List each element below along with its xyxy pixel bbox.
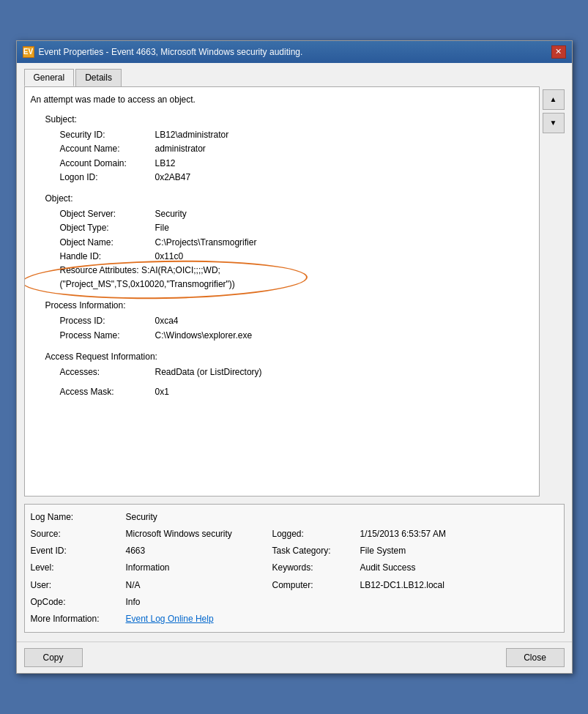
process-id-label: Process ID: bbox=[60, 314, 155, 328]
opcode-label: OpCode: bbox=[31, 595, 126, 609]
meta-section: Log Name: Security Source: Microsoft Win… bbox=[24, 504, 565, 633]
subject-account-domain-label: Account Domain: bbox=[60, 157, 155, 171]
accesses-value: ReadData (or ListDirectory) bbox=[155, 365, 262, 379]
close-window-button[interactable]: ✕ bbox=[551, 45, 566, 59]
resource-attributes-value: S:AI(RA;OICI;;;;WD; bbox=[141, 265, 220, 275]
resource-attributes-row: Resource Attributes: S:AI(RA;OICI;;;;WD;… bbox=[31, 264, 533, 291]
window-title: Event Properties - Event 4663, Microsoft… bbox=[39, 47, 303, 57]
user-value: N/A bbox=[126, 579, 272, 592]
object-type: Object Type: File bbox=[31, 221, 533, 235]
accesses-label: Accesses: bbox=[60, 365, 155, 379]
subject-account-name-value: administrator bbox=[155, 142, 206, 156]
subject-logon-id: Logon ID: 0x2AB47 bbox=[31, 171, 533, 185]
title-bar: EV Event Properties - Event 4663, Micros… bbox=[17, 41, 572, 63]
level-value: Information bbox=[126, 561, 272, 575]
subject-logon-id-label: Logon ID: bbox=[60, 171, 155, 185]
object-handle-id: Handle ID: 0x11c0 bbox=[31, 250, 533, 264]
dialog-body: General Details An attempt was made to a… bbox=[17, 63, 572, 639]
logged-value: 1/15/2013 6:53:57 AM bbox=[360, 527, 558, 541]
bottom-bar: Copy Close bbox=[17, 642, 572, 673]
subject-security-id: Security ID: LB12\administrator bbox=[31, 128, 533, 142]
process-id-value: 0xca4 bbox=[155, 314, 179, 328]
user-label: User: bbox=[31, 579, 126, 592]
task-category-value: File System bbox=[360, 544, 558, 558]
logged-label: Logged: bbox=[272, 527, 360, 541]
scroll-up-button[interactable]: ▲ bbox=[543, 89, 565, 110]
tab-general[interactable]: General bbox=[24, 69, 75, 86]
more-info-label: More Information: bbox=[31, 612, 126, 626]
object-server-label: Object Server: bbox=[60, 207, 155, 221]
opcode-value: Info bbox=[126, 595, 272, 609]
keywords-label: Keywords: bbox=[272, 561, 360, 575]
event-id-label: Event ID: bbox=[31, 544, 126, 558]
object-name-value: C:\Projects\Transmogrifier bbox=[155, 236, 257, 250]
accesses: Accesses: ReadData (or ListDirectory) bbox=[31, 365, 533, 379]
access-mask-label: Access Mask: bbox=[60, 385, 155, 399]
subject-security-id-value: LB12\administrator bbox=[155, 128, 229, 142]
scroll-buttons: ▲ ▼ bbox=[543, 86, 565, 497]
subject-account-name-label: Account Name: bbox=[60, 142, 155, 156]
object-handle-id-label: Handle ID: bbox=[60, 250, 155, 264]
event-id-value: 4663 bbox=[126, 544, 272, 558]
resource-attributes-wrap: ("Project_MS",TS,0x10020,"Transmogrifier… bbox=[60, 278, 533, 291]
computer-label: Computer: bbox=[272, 579, 360, 592]
tabs-row: General Details bbox=[24, 69, 565, 86]
object-type-value: File bbox=[155, 221, 169, 235]
close-button[interactable]: Close bbox=[506, 648, 565, 667]
title-bar-left: EV Event Properties - Event 4663, Micros… bbox=[23, 46, 303, 58]
access-title: Access Request Information: bbox=[31, 350, 533, 364]
event-text-box[interactable]: An attempt was made to access an object.… bbox=[24, 86, 540, 497]
dialog-window: EV Event Properties - Event 4663, Micros… bbox=[16, 40, 573, 674]
object-name: Object Name: C:\Projects\Transmogrifier bbox=[31, 236, 533, 250]
subject-account-name: Account Name: administrator bbox=[31, 142, 533, 156]
copy-button[interactable]: Copy bbox=[24, 648, 83, 667]
object-title: Object: bbox=[31, 192, 533, 206]
process-name: Process Name: C:\Windows\explorer.exe bbox=[31, 329, 533, 343]
log-name-label: Log Name: bbox=[31, 510, 126, 524]
title-bar-controls: ✕ bbox=[551, 45, 566, 59]
keywords-value: Audit Success bbox=[360, 561, 558, 575]
source-label: Source: bbox=[31, 527, 126, 541]
object-handle-id-value: 0x11c0 bbox=[155, 250, 184, 264]
subject-security-id-label: Security ID: bbox=[60, 128, 155, 142]
subject-account-domain-value: LB12 bbox=[155, 157, 176, 171]
event-description: An attempt was made to access an object. bbox=[31, 93, 533, 107]
process-id: Process ID: 0xca4 bbox=[31, 314, 533, 328]
subject-account-domain: Account Domain: LB12 bbox=[31, 157, 533, 171]
access-mask: Access Mask: 0x1 bbox=[31, 385, 533, 399]
scroll-down-button[interactable]: ▼ bbox=[543, 113, 565, 133]
subject-logon-id-value: 0x2AB47 bbox=[155, 171, 191, 185]
computer-value: LB12-DC1.LB12.local bbox=[360, 579, 558, 592]
task-category-label: Task Category: bbox=[272, 544, 360, 558]
object-type-label: Object Type: bbox=[60, 221, 155, 235]
process-name-label: Process Name: bbox=[60, 329, 155, 343]
event-content: An attempt was made to access an object.… bbox=[31, 93, 533, 400]
meta-grid: Log Name: Security Source: Microsoft Win… bbox=[31, 510, 558, 626]
access-mask-value: 0x1 bbox=[155, 385, 169, 399]
level-label: Level: bbox=[31, 561, 126, 575]
process-title: Process Information: bbox=[31, 299, 533, 313]
content-area: An attempt was made to access an object.… bbox=[24, 86, 565, 497]
subject-title: Subject: bbox=[31, 113, 533, 127]
log-name-value: Security bbox=[126, 510, 272, 524]
object-server-value: Security bbox=[155, 207, 187, 221]
tab-details[interactable]: Details bbox=[75, 69, 122, 86]
resource-attributes-label: Resource Attributes: bbox=[60, 265, 139, 275]
object-name-label: Object Name: bbox=[60, 236, 155, 250]
source-value: Microsoft Windows security bbox=[126, 527, 272, 541]
object-server: Object Server: Security bbox=[31, 207, 533, 221]
window-icon: EV bbox=[23, 46, 34, 58]
event-log-online-help-link[interactable]: Event Log Online Help bbox=[126, 612, 272, 626]
process-name-value: C:\Windows\explorer.exe bbox=[155, 329, 253, 343]
